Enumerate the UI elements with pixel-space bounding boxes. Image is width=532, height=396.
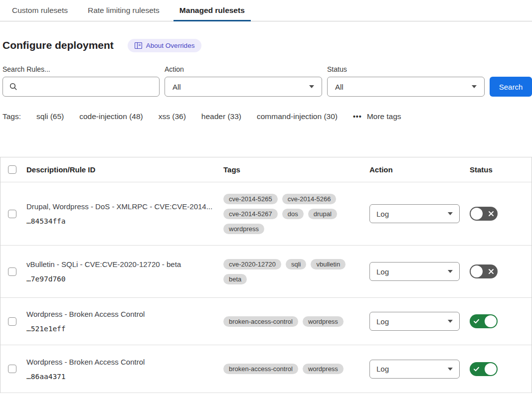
rules-table: Description/Rule ID Tags Action Status D… — [0, 157, 532, 393]
about-overrides-link[interactable]: About Overrides — [128, 39, 202, 52]
chevron-down-icon — [448, 320, 453, 323]
rule-tag[interactable]: vbulletin — [311, 259, 346, 269]
column-header-action: Action — [369, 165, 470, 174]
column-header-tags: Tags — [223, 165, 369, 174]
tag-filter-xss[interactable]: xss (36) — [159, 112, 186, 121]
check-icon — [473, 366, 480, 372]
action-label: Action — [165, 65, 322, 73]
rule-description: Wordpress - Broken Access Control — [26, 358, 213, 366]
ellipsis-icon: ••• — [353, 113, 362, 121]
column-header-status: Status — [470, 165, 532, 174]
rule-action-value: Log — [376, 210, 389, 218]
rule-tag[interactable]: sqli — [286, 259, 307, 269]
rule-tag[interactable]: cve-2014-5265 — [223, 194, 278, 204]
rule-description: vBulletin - SQLi - CVE:CVE-2020-12720 - … — [26, 260, 213, 268]
rule-description: Wordpress - Broken Access Control — [26, 310, 213, 318]
row-checkbox[interactable] — [8, 365, 16, 373]
row-checkbox[interactable] — [8, 210, 16, 218]
chevron-down-icon — [448, 368, 453, 371]
rule-tag[interactable]: cve-2020-12720 — [223, 259, 281, 269]
rule-id: …84534ffa — [26, 217, 213, 225]
tag-filter-header[interactable]: header (33) — [201, 112, 241, 121]
rule-tag[interactable]: broken-access-control — [223, 364, 298, 374]
action-select[interactable]: All — [165, 77, 322, 97]
search-icon — [9, 83, 17, 91]
about-overrides-label: About Overrides — [146, 42, 195, 49]
tab-rate-limiting-rulesets[interactable]: Rate limiting rulesets — [82, 0, 166, 21]
tag-filter-sqli[interactable]: sqli (65) — [36, 112, 64, 121]
rule-status-toggle[interactable] — [470, 314, 498, 328]
search-input[interactable] — [22, 83, 154, 91]
chevron-down-icon — [472, 85, 477, 88]
search-button[interactable]: Search — [490, 77, 532, 97]
search-label: Search Rules... — [2, 65, 160, 73]
toggle-knob — [471, 208, 483, 220]
filter-bar: Search Rules... Action All Status All Se… — [2, 65, 532, 97]
tags-bar: Tags: sqli (65) code-injection (48) xss … — [2, 112, 532, 121]
more-tags-label: More tags — [367, 112, 401, 121]
rule-id: …7e97d760 — [26, 275, 213, 283]
chevron-down-icon — [448, 270, 453, 273]
rule-action-value: Log — [376, 365, 389, 373]
rule-action-select[interactable]: Log — [369, 204, 460, 223]
rule-tag[interactable]: wordpress — [303, 364, 344, 374]
rule-tag[interactable]: cve-2014-5266 — [282, 194, 337, 204]
status-select-value: All — [335, 83, 344, 91]
rule-tag[interactable]: beta — [223, 274, 247, 284]
rule-action-value: Log — [376, 317, 389, 326]
rule-status-toggle[interactable] — [470, 362, 498, 376]
rule-tag[interactable]: wordpress — [223, 224, 264, 234]
book-icon — [135, 42, 142, 49]
toggle-knob — [485, 363, 497, 375]
x-icon — [488, 268, 494, 274]
table-header-row: Description/Rule ID Tags Action Status — [0, 157, 532, 182]
rule-description: Drupal, Wordpress - DoS - XMLRPC - CVE:C… — [26, 202, 213, 211]
chevron-down-icon — [448, 212, 453, 215]
rule-tag[interactable]: dos — [282, 209, 304, 219]
status-field: Status All — [327, 65, 485, 97]
rule-action-select[interactable]: Log — [369, 360, 460, 379]
tab-custom-rulesets[interactable]: Custom rulesets — [6, 0, 74, 21]
chevron-down-icon — [309, 85, 314, 88]
x-icon — [488, 211, 494, 217]
rule-tag[interactable]: broken-access-control — [223, 316, 298, 327]
table-row: Drupal, Wordpress - DoS - XMLRPC - CVE:C… — [0, 182, 532, 246]
rule-status-toggle[interactable] — [470, 264, 498, 278]
check-icon — [473, 318, 480, 324]
rule-action-value: Log — [376, 267, 389, 276]
rule-action-select[interactable]: Log — [369, 312, 460, 331]
rule-action-select[interactable]: Log — [369, 262, 460, 281]
column-header-description: Description/Rule ID — [26, 165, 223, 174]
rule-status-toggle[interactable] — [470, 207, 498, 221]
page-title: Configure deployment — [2, 39, 114, 51]
search-input-box — [2, 77, 160, 97]
tag-filter-code-injection[interactable]: code-injection (48) — [79, 112, 143, 121]
rule-tag[interactable]: wordpress — [303, 316, 344, 327]
ruleset-tabs: Custom rulesets Rate limiting rulesets M… — [0, 0, 532, 21]
row-checkbox[interactable] — [8, 267, 16, 276]
status-label: Status — [327, 65, 485, 73]
more-tags-button[interactable]: ••• More tags — [353, 112, 401, 121]
rule-id: …86aa4371 — [26, 373, 213, 381]
table-row: Wordpress - Broken Access Control …521e1… — [0, 298, 532, 345]
tab-managed-rulesets[interactable]: Managed rulesets — [174, 0, 251, 21]
select-all-checkbox[interactable] — [8, 165, 16, 174]
action-field: Action All — [165, 65, 322, 97]
table-row: Wordpress - Broken Access Control …86aa4… — [0, 345, 532, 393]
rule-tag[interactable]: drupal — [308, 209, 337, 219]
tags-bar-label: Tags: — [2, 112, 21, 121]
status-select[interactable]: All — [327, 77, 485, 97]
toggle-knob — [485, 315, 497, 327]
action-select-value: All — [173, 83, 181, 91]
row-checkbox[interactable] — [8, 317, 16, 326]
toggle-knob — [471, 265, 483, 277]
search-field: Search Rules... — [2, 65, 160, 97]
page-header: Configure deployment About Overrides — [2, 38, 532, 52]
table-row: vBulletin - SQLi - CVE:CVE-2020-12720 - … — [0, 246, 532, 298]
tag-filter-command-injection[interactable]: command-injection (30) — [257, 112, 338, 121]
rule-id: …521e1eff — [26, 325, 213, 333]
rule-tag[interactable]: cve-2014-5267 — [223, 209, 278, 219]
